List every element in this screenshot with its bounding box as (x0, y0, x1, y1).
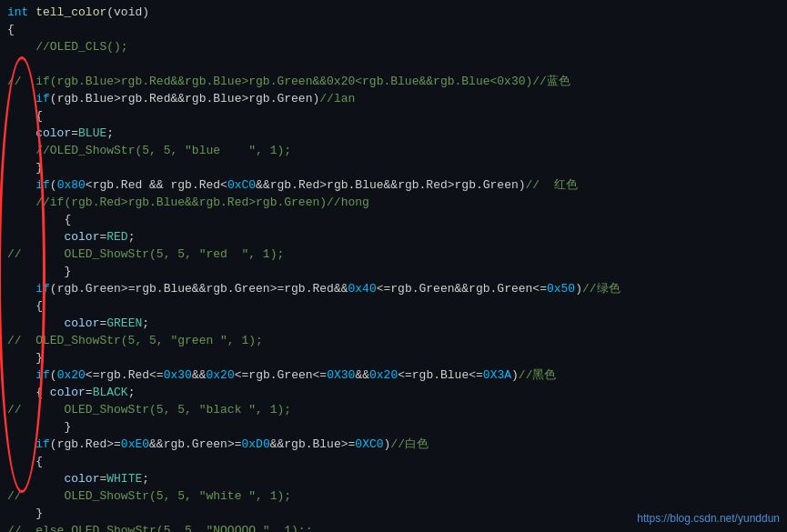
code-line-3: //OLED_CLS(); (7, 38, 780, 55)
code-line-26: if(rgb.Red>=0xE0&&rgb.Green>=0xD0&&rgb.B… (7, 436, 780, 453)
code-line-6: if(rgb.Blue>rgb.Red&&rgb.Blue>rgb.Green)… (7, 90, 780, 107)
code-line-1: int tell_color(void) (7, 4, 780, 21)
code-line-13: { (7, 211, 780, 228)
code-area: int tell_color(void) { //OLED_CLS(); // … (0, 0, 787, 532)
code-line-14: color=RED; (7, 228, 780, 246)
code-line-4 (7, 55, 780, 73)
code-line-5: // if(rgb.Blue>rgb.Red&&rgb.Blue>rgb.Gre… (7, 73, 780, 90)
code-line-27: { (7, 453, 780, 470)
code-line-7: { (7, 107, 780, 125)
watermark: https://blog.csdn.net/yunddun (637, 512, 780, 525)
code-container: int tell_color(void) { //OLED_CLS(); // … (0, 0, 787, 532)
code-line-25: } (7, 418, 780, 436)
code-line-22: if(0x20<=rgb.Red<=0x30&&0x20<=rgb.Green<… (7, 366, 780, 384)
code-line-8: color=BLUE; (7, 125, 780, 142)
code-line-11: if(0x80<rgb.Red && rgb.Red<0xC0&&rgb.Red… (7, 176, 780, 194)
code-line-9: //OLED_ShowStr(5, 5, "blue ", 1); (7, 142, 780, 159)
code-line-21: } (7, 349, 780, 366)
code-line-24: // OLED_ShowStr(5, 5, "black ", 1); (7, 401, 780, 418)
code-line-23: { color=BLACK; (7, 384, 780, 401)
code-line-12: //if(rgb.Red>rgb.Blue&&rgb.Red>rgb.Green… (7, 194, 780, 211)
code-line-2: { (7, 21, 780, 38)
code-line-19: color=GREEN; (7, 315, 780, 332)
code-line-18: { (7, 297, 780, 315)
code-line-10: } (7, 159, 780, 176)
code-line-16: } (7, 263, 780, 280)
code-line-29: // OLED_ShowStr(5, 5, "white ", 1); (7, 487, 780, 505)
code-line-15: // OLED_ShowStr(5, 5, "red ", 1); (7, 246, 780, 263)
code-line-20: // OLED_ShowStr(5, 5, "green ", 1); (7, 332, 780, 349)
code-line-28: color=WHITE; (7, 470, 780, 487)
code-line-17: if(rgb.Green>=rgb.Blue&&rgb.Green>=rgb.R… (7, 280, 780, 297)
